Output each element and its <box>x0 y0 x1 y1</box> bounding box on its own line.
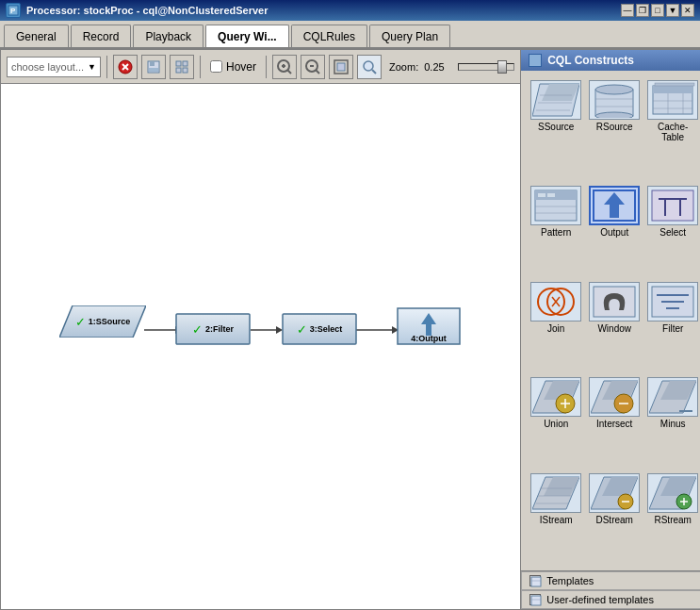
cache-table-icon <box>647 80 698 120</box>
construct-istream-label: IStream <box>540 515 573 525</box>
window-controls: — ❐ □ ▼ ✕ <box>621 4 694 17</box>
fit-icon <box>333 58 350 75</box>
svg-text:P: P <box>10 7 16 15</box>
svg-line-22 <box>372 70 376 74</box>
delete-button[interactable] <box>113 55 138 79</box>
zoom-area: Zoom: 0.25 <box>389 61 514 73</box>
toolbar: choose layout... ▼ <box>1 50 520 84</box>
user-templates-label: User-defined templates <box>546 594 654 605</box>
construct-ssource-label: SSource <box>538 122 574 132</box>
window-title: Processor: stockProc - cql@NonClusteredS… <box>26 5 268 16</box>
main-area: choose layout... ▼ <box>0 49 700 610</box>
svg-rect-9 <box>183 61 187 66</box>
tab-playback[interactable]: Playback <box>133 25 203 47</box>
extra-button[interactable]: ▼ <box>666 4 679 17</box>
construct-intersect-label: Intersect <box>596 419 632 429</box>
layout-select[interactable]: choose layout... ▼ <box>7 57 101 77</box>
select-icon <box>647 186 698 225</box>
query-canvas[interactable]: ✓ 1:SSource <box>1 84 520 609</box>
svg-rect-10 <box>176 68 181 73</box>
construct-window[interactable]: Window <box>587 280 642 371</box>
node-output[interactable]: 4:Output <box>397 307 461 345</box>
hover-checkbox[interactable]: Hover <box>210 60 256 74</box>
intersect-icon <box>589 377 640 417</box>
hover-label: Hover <box>226 60 256 74</box>
output-icon <box>589 186 640 225</box>
tab-query-plan[interactable]: Query Plan <box>369 25 450 47</box>
construct-intersect[interactable]: Intersect <box>587 375 642 467</box>
construct-join-label: Join <box>547 323 564 334</box>
zoom-in-button[interactable] <box>272 55 297 79</box>
zoom-handle[interactable] <box>497 60 507 74</box>
construct-rsource[interactable]: RSource <box>587 78 642 180</box>
zoom-out-button[interactable] <box>301 55 325 79</box>
node-select[interactable]: ✓ 3:Select <box>282 313 357 345</box>
user-templates-icon <box>529 594 541 605</box>
templates-panel[interactable]: Templates <box>521 571 700 590</box>
save-icon <box>146 59 161 74</box>
fit-button[interactable] <box>329 55 353 79</box>
svg-rect-7 <box>149 68 158 72</box>
grid-icon <box>174 59 189 74</box>
construct-dstream[interactable]: DStream <box>587 471 642 563</box>
close-button[interactable]: ✕ <box>681 4 694 17</box>
construct-ssource[interactable]: SSource <box>529 78 583 180</box>
svg-rect-11 <box>183 68 187 73</box>
templates-label: Templates <box>546 575 594 586</box>
rstream-icon <box>647 473 698 513</box>
construct-union[interactable]: Union <box>529 375 583 467</box>
construct-minus-label: Minus <box>660 419 686 429</box>
construct-dstream-label: DStream <box>595 515 632 525</box>
tab-general[interactable]: General <box>4 25 69 47</box>
save-button[interactable] <box>141 55 166 79</box>
rsource-icon <box>589 80 640 120</box>
svg-rect-45 <box>653 86 692 93</box>
construct-window-label: Window <box>597 323 631 334</box>
construct-select[interactable]: Select <box>645 184 700 275</box>
separator-3 <box>266 56 267 78</box>
construct-filter[interactable]: Filter <box>645 280 700 371</box>
restore-button[interactable]: ❐ <box>636 4 649 17</box>
svg-rect-8 <box>176 61 181 66</box>
tab-cqlrules[interactable]: CQLRules <box>291 25 367 47</box>
construct-join[interactable]: Join <box>529 280 583 371</box>
construct-output[interactable]: Output <box>587 184 642 275</box>
constructs-header: CQL Constructs <box>521 50 700 71</box>
zoom-slider[interactable] <box>458 63 514 71</box>
node-ssource[interactable]: ✓ 1:SSource <box>59 305 146 338</box>
ssource-icon <box>530 80 581 120</box>
svg-rect-50 <box>655 83 694 86</box>
tab-record[interactable]: Record <box>71 25 132 47</box>
svg-rect-6 <box>150 61 155 66</box>
constructs-grid: SSource RSource <box>521 71 700 570</box>
construct-pattern-label: Pattern <box>541 227 571 238</box>
node-filter[interactable]: ✓ 2:Filter <box>175 313 251 345</box>
search-button[interactable] <box>357 55 382 79</box>
svg-point-40 <box>595 85 633 94</box>
constructs-panel: CQL Constructs SSource <box>520 50 700 609</box>
svg-point-43 <box>595 112 633 118</box>
join-icon <box>530 282 581 321</box>
construct-select-label: Select <box>659 227 686 238</box>
construct-cache-table-label: Cache-Table <box>647 122 698 142</box>
user-templates-panel[interactable]: User-defined templates <box>521 590 700 609</box>
construct-cache-table[interactable]: Cache-Table <box>645 78 700 180</box>
canvas-area: choose layout... ▼ <box>1 50 520 609</box>
layout-dropdown[interactable]: choose layout... ▼ <box>7 57 101 77</box>
construct-pattern[interactable]: Pattern <box>529 184 583 275</box>
minimize-button[interactable]: — <box>621 4 634 17</box>
maximize-button[interactable]: □ <box>651 4 664 17</box>
flow-connectors <box>1 84 520 609</box>
node-filter-label: 2:Filter <box>205 324 234 334</box>
construct-rstream[interactable]: RStream <box>645 471 700 563</box>
svg-line-15 <box>287 70 291 74</box>
zoom-value: 0.25 <box>424 61 452 73</box>
construct-minus[interactable]: Minus <box>645 375 700 467</box>
node-ssource-label: 1:SSource <box>89 317 131 326</box>
grid-button[interactable] <box>170 55 194 79</box>
hover-check[interactable] <box>210 60 222 73</box>
tab-query-wi[interactable]: Query Wi... <box>205 25 289 47</box>
construct-istream[interactable]: IStream <box>529 471 583 563</box>
filter-icon <box>647 282 698 321</box>
constructs-title: CQL Constructs <box>547 54 634 67</box>
